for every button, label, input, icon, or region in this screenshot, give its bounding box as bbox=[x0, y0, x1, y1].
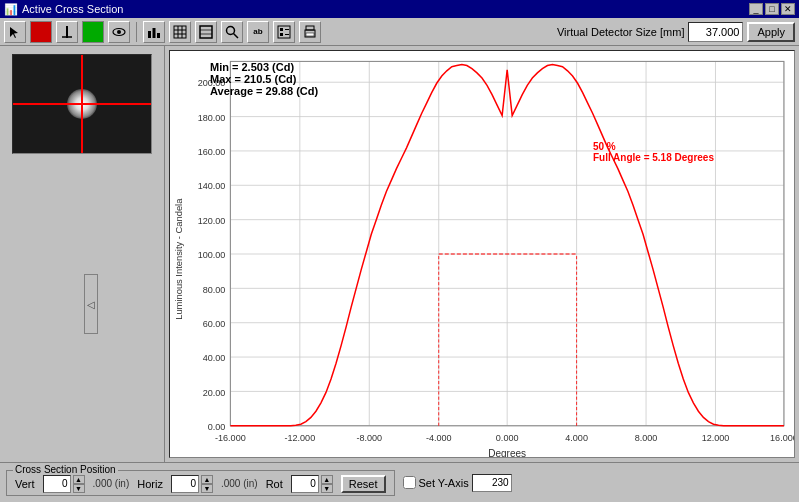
set-y-axis-label: Set Y-Axis bbox=[419, 477, 469, 489]
left-panel: ◁ bbox=[0, 46, 165, 462]
rot-spin-buttons: ▲ ▼ bbox=[321, 475, 333, 493]
horiz-down-button[interactable]: ▼ bbox=[201, 484, 213, 493]
ab-button[interactable]: ab bbox=[247, 21, 269, 43]
minimize-button[interactable]: _ bbox=[749, 3, 763, 15]
svg-text:180.00: 180.00 bbox=[198, 113, 226, 123]
cursor-tool-button[interactable] bbox=[4, 21, 26, 43]
horiz-unit-label: .000 (in) bbox=[221, 478, 258, 489]
y-axis-value-input[interactable] bbox=[472, 474, 512, 492]
svg-text:12.000: 12.000 bbox=[702, 433, 730, 443]
rot-up-button[interactable]: ▲ bbox=[321, 475, 333, 484]
svg-text:Degrees: Degrees bbox=[488, 448, 526, 457]
svg-rect-20 bbox=[280, 33, 283, 36]
svg-rect-13 bbox=[200, 26, 212, 38]
max-stat: Max = 210.5 (Cd) bbox=[210, 73, 318, 85]
svg-rect-24 bbox=[306, 26, 314, 30]
annotation-line2: Full Angle = 5.18 Degrees bbox=[593, 152, 714, 163]
table-button[interactable] bbox=[169, 21, 191, 43]
crosshair-vertical bbox=[81, 55, 83, 153]
svg-text:140.00: 140.00 bbox=[198, 181, 226, 191]
stats-box: Min = 2.503 (Cd) Max = 210.5 (Cd) Averag… bbox=[210, 61, 318, 97]
vd-input[interactable] bbox=[688, 22, 743, 42]
vert-label: Vert bbox=[15, 478, 35, 490]
rot-label: Rot bbox=[266, 478, 283, 490]
horiz-up-button[interactable]: ▲ bbox=[201, 475, 213, 484]
svg-text:8.000: 8.000 bbox=[635, 433, 658, 443]
horiz-input[interactable] bbox=[171, 475, 199, 493]
svg-rect-25 bbox=[306, 33, 314, 36]
vert-input[interactable] bbox=[43, 475, 71, 493]
cross-section-position-group: Cross Section Position Vert ▲ ▼ .000 (in… bbox=[6, 470, 395, 496]
svg-rect-6 bbox=[153, 28, 156, 38]
svg-rect-19 bbox=[280, 28, 283, 31]
cross-section-position-label: Cross Section Position bbox=[13, 464, 118, 475]
svg-text:0.000: 0.000 bbox=[496, 433, 519, 443]
grid-button[interactable] bbox=[195, 21, 217, 43]
chart-area: Min = 2.503 (Cd) Max = 210.5 (Cd) Averag… bbox=[169, 50, 795, 458]
svg-text:-4.000: -4.000 bbox=[426, 433, 452, 443]
window-icon: 📊 bbox=[4, 3, 18, 16]
svg-text:120.00: 120.00 bbox=[198, 216, 226, 226]
svg-rect-8 bbox=[174, 26, 186, 38]
vert-button[interactable] bbox=[56, 21, 78, 43]
svg-point-4 bbox=[117, 30, 121, 34]
bar-chart-button[interactable] bbox=[143, 21, 165, 43]
title-bar-buttons: _ □ ✕ bbox=[749, 3, 795, 15]
vertical-scrollbar[interactable]: ◁ bbox=[84, 274, 98, 334]
vd-label: Virtual Detector Size [mm] bbox=[557, 26, 685, 38]
svg-rect-5 bbox=[148, 31, 151, 38]
toolbar: ab Virtual Detector Size [mm] Apply bbox=[0, 18, 799, 46]
rot-down-button[interactable]: ▼ bbox=[321, 484, 333, 493]
main-area: ◁ Min = 2.503 (Cd) Max = 210.5 (Cd) Aver… bbox=[0, 46, 799, 462]
svg-text:100.00: 100.00 bbox=[198, 250, 226, 260]
toolbar-right: Virtual Detector Size [mm] Apply bbox=[557, 22, 795, 42]
title-bar: 📊 Active Cross Section _ □ ✕ bbox=[0, 0, 799, 18]
svg-text:160.00: 160.00 bbox=[198, 147, 226, 157]
properties-button[interactable] bbox=[273, 21, 295, 43]
color-button[interactable] bbox=[30, 21, 52, 43]
vert-up-button[interactable]: ▲ bbox=[73, 475, 85, 484]
svg-text:4.000: 4.000 bbox=[565, 433, 588, 443]
svg-rect-18 bbox=[278, 26, 290, 38]
green-button[interactable] bbox=[82, 21, 104, 43]
svg-marker-0 bbox=[10, 27, 18, 38]
svg-text:20.00: 20.00 bbox=[203, 387, 226, 397]
svg-text:-8.000: -8.000 bbox=[356, 433, 382, 443]
svg-text:-16.000: -16.000 bbox=[215, 433, 246, 443]
vert-down-button[interactable]: ▼ bbox=[73, 484, 85, 493]
print-button[interactable] bbox=[299, 21, 321, 43]
svg-text:16.000: 16.000 bbox=[770, 433, 794, 443]
svg-text:80.00: 80.00 bbox=[203, 284, 226, 294]
horiz-spin-buttons: ▲ ▼ bbox=[201, 475, 213, 493]
horiz-spin-group: ▲ ▼ bbox=[171, 475, 213, 493]
svg-rect-7 bbox=[157, 33, 160, 38]
svg-point-16 bbox=[227, 26, 235, 34]
eye-button[interactable] bbox=[108, 21, 130, 43]
zoom-button[interactable] bbox=[221, 21, 243, 43]
apply-button[interactable]: Apply bbox=[747, 22, 795, 42]
image-preview bbox=[12, 54, 152, 154]
svg-text:60.00: 60.00 bbox=[203, 319, 226, 329]
vert-spin-buttons: ▲ ▼ bbox=[73, 475, 85, 493]
svg-text:40.00: 40.00 bbox=[203, 353, 226, 363]
set-y-axis-group: Set Y-Axis bbox=[403, 474, 512, 492]
close-button[interactable]: ✕ bbox=[781, 3, 795, 15]
svg-line-17 bbox=[234, 33, 239, 38]
annotation-line1: 50 % bbox=[593, 141, 714, 152]
maximize-button[interactable]: □ bbox=[765, 3, 779, 15]
set-y-axis-checkbox[interactable] bbox=[403, 476, 416, 489]
annotation-box: 50 % Full Angle = 5.18 Degrees bbox=[593, 141, 714, 163]
horiz-label: Horiz bbox=[137, 478, 163, 490]
svg-text:-12.000: -12.000 bbox=[284, 433, 315, 443]
avg-stat: Average = 29.88 (Cd) bbox=[210, 85, 318, 97]
chart-svg: 0.00 20.00 40.00 60.00 80.00 100.00 120.… bbox=[170, 51, 794, 457]
rot-input[interactable] bbox=[291, 475, 319, 493]
reset-button[interactable]: Reset bbox=[341, 475, 386, 493]
window-title: Active Cross Section bbox=[22, 3, 123, 15]
rot-spin-group: ▲ ▼ bbox=[291, 475, 333, 493]
vert-unit-label: .000 (in) bbox=[93, 478, 130, 489]
title-bar-left: 📊 Active Cross Section bbox=[4, 3, 123, 16]
vert-spin-group: ▲ ▼ bbox=[43, 475, 85, 493]
bottom-bar: Cross Section Position Vert ▲ ▼ .000 (in… bbox=[0, 462, 799, 502]
min-stat: Min = 2.503 (Cd) bbox=[210, 61, 318, 73]
